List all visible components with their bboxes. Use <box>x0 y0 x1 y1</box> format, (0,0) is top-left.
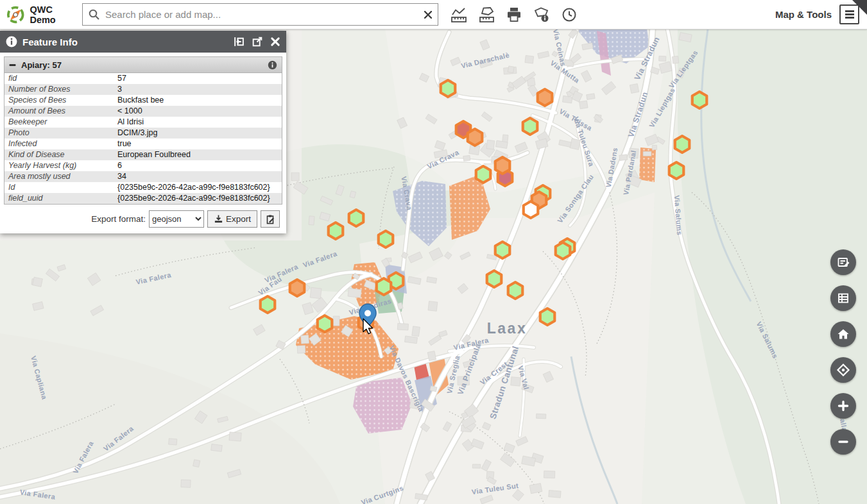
apiary-marker[interactable] <box>692 92 707 108</box>
measure-line-button[interactable] <box>447 3 470 26</box>
attribute-row: Species of BeesBuckfast bee <box>4 95 282 106</box>
apiary-marker[interactable] <box>495 242 510 258</box>
attribute-row: Number of Boxes3 <box>4 84 282 95</box>
info-icon <box>6 36 17 47</box>
attribute-label: Species of Bees <box>4 95 117 106</box>
apiary-marker[interactable] <box>379 231 393 248</box>
attribute-value: 57 <box>117 73 282 84</box>
attribute-value: {0235be9c-2026-42ac-a99c-f9e8183fc602} <box>117 182 282 193</box>
apiary-marker[interactable] <box>261 296 275 313</box>
home-button[interactable] <box>830 321 856 347</box>
attribute-label: Amount of Bees <box>4 106 117 117</box>
attribute-table-button[interactable] <box>830 285 856 311</box>
top-bar: QWC Demo <box>0 0 867 29</box>
attribute-row: Yearly Harvest (kg)6 <box>4 160 282 171</box>
attribute-row: Area mostly used34 <box>4 171 282 182</box>
sketch-icon <box>836 255 851 270</box>
attribute-row: fid57 <box>4 73 282 84</box>
apiary-marker[interactable] <box>675 136 690 153</box>
apiary-marker[interactable] <box>540 308 555 325</box>
attribute-value: {0235be9c-2026-42ac-a99c-f9e8183fc602} <box>117 193 282 204</box>
print-button[interactable] <box>502 3 526 26</box>
measure-area-button[interactable] <box>475 3 498 26</box>
feature-info-icon[interactable] <box>268 60 277 70</box>
attribute-row: field_uuid{0235be9c-2026-42ac-a99c-f9e81… <box>4 193 282 204</box>
close-button[interactable] <box>270 37 280 47</box>
attribute-value: European Foulbreed <box>117 149 282 160</box>
collapse-icon <box>9 62 16 69</box>
apiary-marker[interactable] <box>349 210 364 226</box>
apiary-marker[interactable] <box>524 201 538 218</box>
zoom-out-button[interactable] <box>830 429 856 455</box>
map-tools-label: Map & Tools <box>775 9 832 20</box>
attribute-label: Infected <box>4 139 117 149</box>
attribute-label: Area mostly used <box>4 171 117 182</box>
attribute-value: 34 <box>117 171 282 182</box>
feature-title: Apiary: 57 <box>21 60 62 70</box>
close-icon <box>270 37 280 47</box>
search-clear-button[interactable] <box>418 5 438 24</box>
map-button-stack <box>830 249 856 455</box>
export-download-icon <box>214 214 223 224</box>
town-label: Laax <box>487 320 527 337</box>
apiary-marker[interactable] <box>508 282 523 299</box>
apiary-marker[interactable] <box>318 315 332 332</box>
attribute-row: BeekeeperAl Idrisi <box>4 117 282 128</box>
apiary-marker[interactable] <box>476 166 491 183</box>
apiary-marker[interactable] <box>441 80 456 97</box>
redlining-button[interactable] <box>830 249 856 275</box>
search-input[interactable] <box>103 9 418 20</box>
apiary-marker[interactable] <box>669 162 684 179</box>
clipboard-icon <box>265 214 275 224</box>
export-bar: Export format: geojson Export <box>4 205 282 233</box>
feature-header-bar[interactable]: Apiary: 57 <box>4 57 282 73</box>
attribute-value: < 1000 <box>117 106 282 117</box>
time-button[interactable] <box>558 3 581 26</box>
fullscreen-toggle[interactable] <box>852 0 867 15</box>
attribute-value: 6 <box>117 160 282 171</box>
region-info-icon <box>533 6 551 24</box>
attribute-row: Kind of DiseaseEuropean Foulbreed <box>4 149 282 160</box>
app-logo: QWC Demo <box>6 4 78 25</box>
copy-to-clipboard-button[interactable] <box>261 210 280 228</box>
qwc-app: Via DarschalèVia CeinasVia MuttaVia Stra… <box>0 0 867 504</box>
apiary-marker[interactable] <box>468 129 483 146</box>
qwc-logo-icon <box>6 5 24 24</box>
apiary-marker[interactable] <box>556 242 571 259</box>
attribute-value: Buckfast bee <box>117 95 282 106</box>
apiary-marker[interactable] <box>290 280 305 296</box>
attribute-label: Yearly Harvest (kg) <box>4 160 117 171</box>
search-box[interactable] <box>82 3 438 26</box>
measure-area-icon <box>477 6 495 24</box>
apiary-marker[interactable] <box>329 223 343 239</box>
feature-info-header[interactable]: Feature Info <box>0 31 286 53</box>
export-format-label: Export format: <box>91 214 146 224</box>
locate-icon <box>836 362 851 378</box>
dock-button[interactable] <box>233 36 245 47</box>
detach-window-button[interactable] <box>252 36 263 47</box>
attribute-value: DCIM/3.jpg <box>117 128 282 139</box>
apiary-marker[interactable] <box>523 118 538 135</box>
export-button[interactable]: Export <box>207 210 257 228</box>
apiary-marker[interactable] <box>377 278 391 295</box>
minus-icon <box>836 434 851 449</box>
attribute-label: Beekeeper <box>4 117 117 128</box>
attribute-value: Al Idrisi <box>117 117 282 128</box>
panel-title: Feature Info <box>22 37 78 47</box>
clock-icon <box>560 6 578 24</box>
apiary-marker[interactable] <box>495 157 510 174</box>
attribute-label: Id <box>4 182 117 193</box>
locate-button[interactable] <box>830 357 856 383</box>
feature-result: Apiary: 57 fid57Number of Boxes3Species … <box>4 56 282 205</box>
attribute-row: Amount of Bees< 1000 <box>4 106 282 117</box>
zoom-in-button[interactable] <box>830 393 856 419</box>
export-format-select[interactable]: geojson <box>149 210 204 228</box>
attribute-table: fid57Number of Boxes3Species of BeesBuck… <box>4 73 282 204</box>
home-icon <box>836 326 851 342</box>
attribute-row: Infectedtrue <box>4 139 282 149</box>
attribute-row: PhotoDCIM/3.jpg <box>4 128 282 139</box>
attribute-label: Number of Boxes <box>4 84 117 95</box>
apiary-marker[interactable] <box>538 89 553 106</box>
region-info-button[interactable] <box>530 3 553 26</box>
apiary-marker[interactable] <box>487 271 502 287</box>
